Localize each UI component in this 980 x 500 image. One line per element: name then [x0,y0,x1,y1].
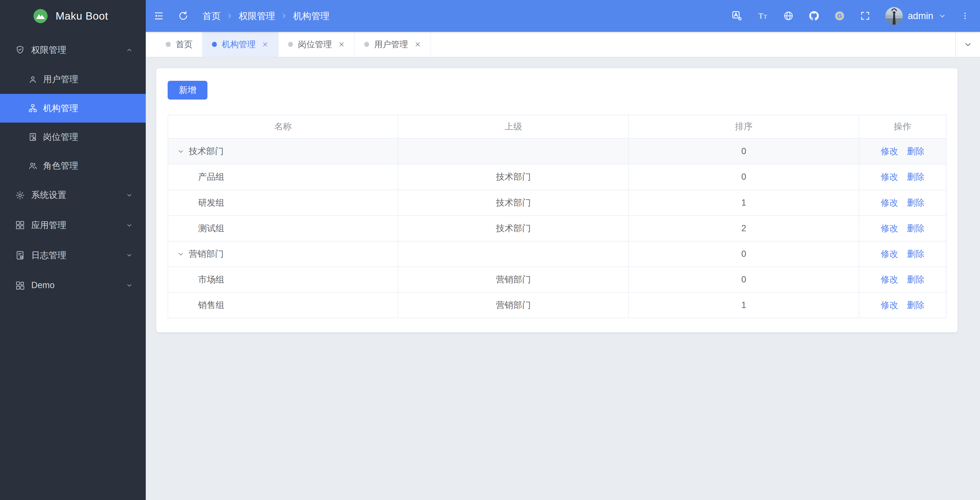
tabbar: 首页 机构管理 岗位管理 用户管理 [146,32,980,58]
chevron-down-icon [126,192,133,199]
chevron-right-icon [226,13,233,19]
row-action-delete[interactable]: 删除 [907,300,924,310]
org-name-cell: 研发组 [177,197,391,209]
tab-post-management[interactable]: 岗位管理 [279,32,355,57]
tab-close-icon[interactable] [262,41,269,48]
sidebar-group-system-settings[interactable]: 系统设置 [0,181,146,211]
grid-icon [15,220,25,230]
row-action-edit[interactable]: 修改 [881,300,898,310]
expand-caret-icon[interactable] [177,250,185,258]
org-name-cell: 市场组 [177,273,391,286]
topbar-right: TT G admin [731,7,969,25]
table-body: 技术部门 0 修改删除 产品组 技术部门 0 修改删除 研发组 技术部门 1 修… [168,139,946,318]
sidebar-item-post-management[interactable]: 岗位管理 [0,123,146,151]
gitee-icon[interactable]: G [834,10,845,22]
tab-status-dot [288,42,293,47]
table-row: 营销部门 0 修改删除 [168,241,946,267]
main-content: 新增 名称 上级 排序 操作 [146,58,980,500]
org-parent: 技术部门 [398,190,628,216]
sidebar-group-app-management[interactable]: 应用管理 [0,210,146,240]
github-icon[interactable] [808,10,820,22]
org-sort: 1 [628,292,859,318]
chevron-down-icon [126,222,133,229]
org-name: 技术部门 [189,145,224,157]
org-parent [398,139,628,164]
tab-label: 岗位管理 [298,39,332,50]
shield-check-icon [15,45,25,55]
add-button[interactable]: 新增 [168,81,208,99]
table-row: 测试组 技术部门 2 修改删除 [168,216,946,241]
row-action-edit[interactable]: 修改 [881,249,898,259]
row-action-edit[interactable]: 修改 [881,198,898,208]
row-action-edit[interactable]: 修改 [881,146,898,156]
row-action-edit[interactable]: 修改 [881,275,898,284]
chevron-right-icon [281,13,288,19]
org-parent: 营销部门 [398,267,628,292]
org-name: 市场组 [198,273,224,286]
tab-home[interactable]: 首页 [156,32,203,57]
row-action-delete[interactable]: 删除 [907,198,924,208]
table-row: 销售组 营销部门 1 修改删除 [168,292,946,318]
sidebar-item-user-management[interactable]: 用户管理 [0,65,146,94]
row-actions: 修改删除 [859,164,946,190]
row-action-delete[interactable]: 删除 [907,223,924,233]
org-parent [398,241,628,267]
avatar[interactable] [885,7,903,25]
row-action-delete[interactable]: 删除 [907,172,924,182]
tab-label: 机构管理 [222,39,256,50]
org-parent: 技术部门 [398,216,628,241]
org-parent: 营销部门 [398,292,628,318]
svg-text:T: T [758,11,763,20]
row-action-delete[interactable]: 删除 [907,249,924,259]
menu-fold-icon[interactable] [153,10,164,22]
chevron-up-icon [126,46,133,54]
translate-icon[interactable] [731,10,743,22]
row-action-edit[interactable]: 修改 [881,223,898,233]
row-actions: 修改删除 [859,292,946,318]
log-doc-icon [15,250,25,260]
row-action-edit[interactable]: 修改 [881,172,898,182]
breadcrumb-current-page: 机构管理 [293,10,329,22]
tab-org-management[interactable]: 机构管理 [203,32,279,57]
roles-icon [28,161,38,170]
tab-close-icon[interactable] [338,41,345,48]
tab-label: 用户管理 [374,39,408,50]
sidebar-group-log-management[interactable]: 日志管理 [0,240,146,270]
row-action-delete[interactable]: 删除 [907,275,924,284]
org-sort: 1 [628,190,859,216]
tab-close-icon[interactable] [414,41,421,48]
row-actions: 修改删除 [859,216,946,241]
row-actions: 修改删除 [859,267,946,292]
tab-user-management[interactable]: 用户管理 [355,32,431,57]
sidebar-item-org-management[interactable]: 机构管理 [0,94,146,123]
row-actions: 修改删除 [859,190,946,216]
expand-caret-icon[interactable] [177,147,185,156]
table-row: 研发组 技术部门 1 修改删除 [168,190,946,216]
refresh-icon[interactable] [178,10,189,22]
org-parent: 技术部门 [398,164,628,190]
app-window: Maku Boot 权限管理 用户管理 机构管理 岗位管理 角色管理 系统设置 … [0,0,980,500]
svg-text:T: T [764,13,767,20]
breadcrumb-home[interactable]: 首页 [203,10,221,22]
sidebar-group-permission-management[interactable]: 权限管理 [0,35,146,65]
font-size-icon[interactable]: TT [757,10,768,22]
app-title: Maku Boot [56,10,108,22]
globe-icon[interactable] [783,10,794,22]
org-table: 名称 上级 排序 操作 技术部门 0 修改删除 产品组 [168,115,947,318]
fullscreen-icon[interactable] [859,10,871,22]
tabs-overflow-button[interactable] [955,32,980,57]
org-name: 产品组 [198,171,224,183]
row-action-delete[interactable]: 删除 [907,146,924,156]
breadcrumb-permission-management[interactable]: 权限管理 [239,10,275,22]
mountain-logo-icon [32,8,49,24]
org-sort: 0 [628,164,859,190]
column-header-name: 名称 [168,115,398,139]
user-menu[interactable]: admin [885,7,947,25]
table-row: 产品组 技术部门 0 修改删除 [168,164,946,190]
sidebar-item-role-management[interactable]: 角色管理 [0,151,146,180]
content-column: 首页 权限管理 机构管理 TT G admin [146,0,980,500]
sidebar-group-demo[interactable]: Demo [0,270,146,300]
org-sort: 0 [628,241,859,267]
sidebar-menu: 权限管理 用户管理 机构管理 岗位管理 角色管理 系统设置 应用管理 日志管理 … [0,32,146,500]
kebab-menu-icon[interactable] [961,10,969,22]
